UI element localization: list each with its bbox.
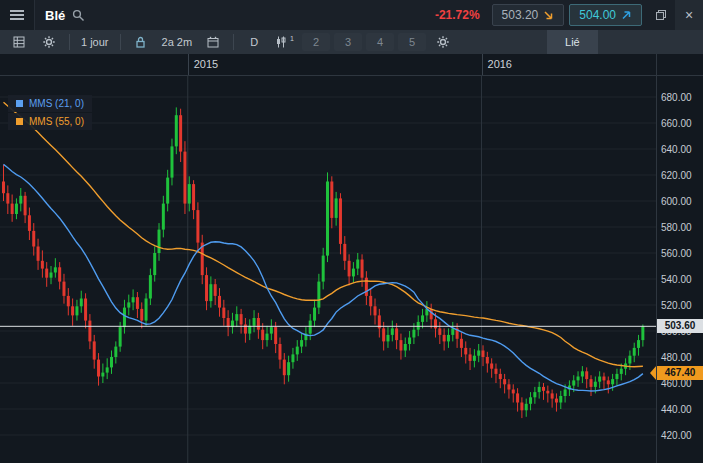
time-axis[interactable]: 20152016 — [0, 54, 703, 76]
axis-separator — [656, 54, 657, 463]
mms21-label: MMS (21, 0) — [29, 98, 84, 109]
price-tick-label: 640.00 — [661, 144, 692, 155]
year-label: 2016 — [488, 58, 512, 70]
legend-mms55[interactable]: MMS (55, 0) — [8, 113, 92, 130]
view-3-button[interactable]: 3 — [334, 33, 362, 51]
title-bar: Blé -21.72% 503.20 504.00 × — [0, 0, 703, 31]
search-icon[interactable] — [72, 9, 85, 22]
price-tick-label: 560.00 — [661, 248, 692, 259]
timeframe-select[interactable]: 1 jour — [76, 33, 114, 51]
candlestick-chart[interactable] — [0, 75, 703, 463]
price-tick-label: 660.00 — [661, 118, 692, 129]
price-tick-label: 680.00 — [661, 92, 692, 103]
price-tick-label: 580.00 — [661, 222, 692, 233]
mms55-label: MMS (55, 0) — [29, 116, 84, 127]
last-price-tag: 503.60 — [657, 319, 703, 333]
ask-price-box[interactable]: 504.00 — [569, 4, 642, 26]
bid-price-box[interactable]: 503.20 — [492, 4, 565, 26]
arrow-down-icon — [544, 10, 554, 20]
hamburger-icon — [10, 8, 24, 22]
view-count-badge: 1 — [290, 35, 294, 42]
candlestick-icon — [275, 36, 287, 48]
data-table-button[interactable] — [5, 33, 33, 51]
mms21-swatch — [16, 100, 23, 107]
lock-icon — [135, 36, 146, 48]
legend-mms21[interactable]: MMS (21, 0) — [8, 95, 92, 112]
settings-button[interactable] — [35, 33, 63, 51]
chart-area: MMS (21, 0) MMS (55, 0) 680.00660.00640.… — [0, 75, 703, 463]
ask-price: 504.00 — [579, 8, 616, 22]
year-label: 2015 — [194, 58, 218, 70]
chart-style-candles-button[interactable]: 1 — [270, 33, 299, 51]
price-tick-label: 520.00 — [661, 300, 692, 311]
price-tick-label: 600.00 — [661, 196, 692, 207]
close-button[interactable]: × — [675, 0, 703, 30]
gear-icon — [43, 36, 55, 48]
hamburger-menu-button[interactable] — [0, 0, 35, 30]
price-tick-label: 420.00 — [661, 430, 692, 441]
instrument-title: Blé — [45, 8, 65, 23]
year-tick — [188, 54, 189, 75]
toolbar-separator — [233, 34, 234, 50]
view-2-button[interactable]: 2 — [302, 33, 330, 51]
calendar-button[interactable] — [199, 33, 227, 51]
chart-window: Blé -21.72% 503.20 504.00 × — [0, 0, 703, 463]
change-percent: -21.72% — [435, 8, 480, 22]
price-tick-label: 440.00 — [661, 404, 692, 415]
calendar-icon — [207, 36, 219, 48]
chart-style-d-button[interactable]: D — [240, 33, 268, 51]
view-4-button[interactable]: 4 — [366, 33, 394, 51]
gear-icon — [437, 36, 449, 48]
view-settings-button[interactable] — [429, 33, 457, 51]
restore-window-button[interactable] — [647, 0, 675, 30]
range-select[interactable]: 2a 2m — [157, 33, 198, 51]
chart-toolbar: 1 jour 2a 2m D 1 — [0, 30, 703, 55]
mms55-swatch — [16, 118, 23, 125]
table-icon — [13, 36, 25, 48]
arrow-up-icon — [622, 10, 632, 20]
linked-tab[interactable]: Lié — [547, 30, 598, 54]
price-tick-label: 620.00 — [661, 170, 692, 181]
price-tick-label: 480.00 — [661, 352, 692, 363]
toolbar-separator — [120, 34, 121, 50]
bid-price: 503.20 — [502, 8, 539, 22]
level-price-tag: 467.40 — [657, 366, 703, 380]
restore-icon — [655, 9, 667, 21]
toolbar-separator — [69, 34, 70, 50]
year-tick — [482, 54, 483, 75]
lock-range-button[interactable] — [127, 33, 155, 51]
view-5-button[interactable]: 5 — [398, 33, 426, 51]
price-tick-label: 540.00 — [661, 274, 692, 285]
